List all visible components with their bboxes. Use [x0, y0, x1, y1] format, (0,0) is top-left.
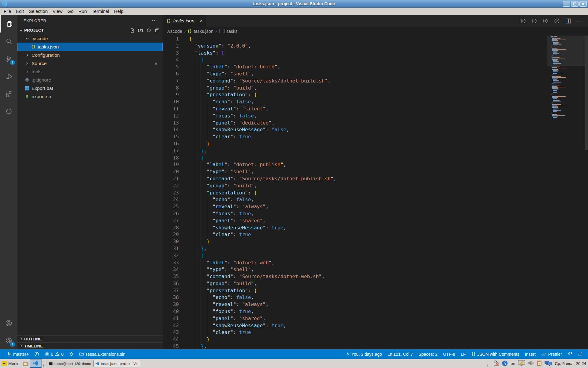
language-mode-status[interactable]: {} JSON with Comments: [469, 352, 522, 357]
file-manager-launcher[interactable]: [21, 359, 30, 368]
section-outline[interactable]: OUTLINE: [17, 335, 163, 342]
tab-close-icon[interactable]: ×: [200, 18, 203, 24]
start-menu-button[interactable]: alt Меню: [0, 359, 21, 368]
menu-help[interactable]: Help: [111, 8, 126, 15]
code-line[interactable]: 14 "showReuseMessage": false,: [163, 126, 588, 133]
code-line[interactable]: 20 "type": "shell",: [163, 168, 588, 175]
nav-back-icon[interactable]: [520, 18, 526, 24]
code-line[interactable]: 15 "clear": true: [163, 133, 588, 140]
code-line[interactable]: 11 "reveal": "silent",: [163, 105, 588, 113]
input-mode-status[interactable]: Insert: [522, 352, 538, 357]
tree-item-export-bat[interactable]: Export.bat: [17, 84, 163, 92]
code-line[interactable]: 24 "echo": false,: [163, 196, 588, 203]
terminal-window-button[interactable]: tessa@host-129: /home/te...: [47, 360, 93, 367]
code-line[interactable]: 29 "clear": true: [163, 231, 588, 238]
code-line[interactable]: 45 },: [163, 343, 588, 349]
menu-terminal[interactable]: Terminal: [89, 8, 112, 15]
minimap[interactable]: [550, 36, 585, 119]
code-line[interactable]: 36 "group": "build",: [163, 280, 588, 287]
git-branch-status[interactable]: master+: [4, 352, 32, 357]
blame-status[interactable]: You, 3 days ago: [343, 352, 385, 357]
vscode-window-button[interactable]: tasks.json - project - Visual ...: [93, 360, 140, 367]
tree-item--vscode[interactable]: .vscode: [17, 34, 163, 43]
activity-search-button[interactable]: [0, 33, 17, 50]
eol-status[interactable]: LF: [458, 352, 468, 357]
tree-item-tools[interactable]: tools: [17, 67, 163, 76]
code-line[interactable]: 8 "group": "build",: [163, 85, 588, 92]
collapse-all-icon[interactable]: [155, 28, 160, 33]
code-line[interactable]: 44 }: [163, 336, 588, 343]
refresh-icon[interactable]: [146, 28, 151, 33]
code-line[interactable]: 12 "focus": false,: [163, 113, 588, 120]
nav-current-icon[interactable]: [531, 18, 537, 24]
code-line[interactable]: 27 "panel": "shared",: [163, 217, 588, 224]
code-line[interactable]: 5 "label": "dotnet: build",: [163, 63, 588, 71]
code-line[interactable]: 33 "label": "dotnet: web",: [163, 259, 588, 266]
screen-lock-indicator[interactable]: [493, 360, 499, 367]
keyboard-layout-indicator[interactable]: en: [511, 361, 515, 366]
code-line[interactable]: 38 "echo": false,: [163, 294, 588, 301]
more-actions-icon[interactable]: ···: [576, 19, 584, 22]
code-line[interactable]: 2 "version": "2.0.0",: [163, 43, 588, 50]
code-line[interactable]: 7 "command": "Source/tasks/dotnet-build.…: [163, 78, 588, 85]
breadcrumb-file[interactable]: tasks.json: [194, 29, 213, 34]
history-icon[interactable]: [554, 18, 560, 24]
menu-view[interactable]: View: [50, 8, 65, 15]
code-line[interactable]: 37 "presentation": {: [163, 287, 588, 294]
menu-run[interactable]: Run: [76, 8, 89, 15]
code-line[interactable]: 42 "showReuseMessage": true,: [163, 322, 588, 329]
notifications-button[interactable]: [575, 352, 585, 357]
code-line[interactable]: 16 }: [163, 140, 588, 148]
tree-item-tasks-json[interactable]: {}tasks.json: [17, 43, 163, 51]
minimize-button[interactable]: [563, 1, 570, 7]
activity-files-button[interactable]: [0, 15, 17, 33]
clock[interactable]: Ср, 6 июл, 20:24: [555, 361, 586, 366]
code-line[interactable]: 1{: [163, 36, 588, 43]
breadcrumb-folder[interactable]: .vscode: [167, 29, 182, 34]
encoding-status[interactable]: UTF-8: [440, 352, 458, 357]
menu-go[interactable]: Go: [65, 8, 76, 15]
code-line[interactable]: 25 "reveal": "always",: [163, 203, 588, 210]
tree-item--gitignore[interactable]: .gitignore: [17, 76, 163, 84]
code-line[interactable]: 40 "focus": true,: [163, 308, 588, 315]
code-line[interactable]: 6 "type": "shell",: [163, 71, 588, 78]
activity-run-debug-button[interactable]: [0, 67, 17, 85]
new-folder-icon[interactable]: [138, 28, 143, 33]
display-settings-indicator[interactable]: [518, 360, 525, 367]
clipboard-indicator[interactable]: [537, 360, 542, 367]
section-timeline[interactable]: TIMELINE: [17, 342, 163, 349]
code-line[interactable]: 10 "echo": false,: [163, 98, 588, 105]
code-line[interactable]: 28 "showReuseMessage": true,: [163, 224, 588, 232]
indentation-status[interactable]: Spaces: 2: [416, 352, 440, 357]
new-file-icon[interactable]: [130, 28, 135, 33]
menu-edit[interactable]: Edit: [13, 8, 26, 15]
code-line[interactable]: 35 "command": "Source/tasks/dotnet-web.s…: [163, 273, 588, 280]
code-editor[interactable]: 1{2 "version": "2.0.0",3 "tasks": [4 {5 …: [163, 36, 588, 349]
network-indicator[interactable]: [545, 360, 552, 367]
code-line[interactable]: 19 "label": "dotnet: publish",: [163, 161, 588, 168]
code-line[interactable]: 23 "presentation": {: [163, 190, 588, 197]
sidebar-more-icon[interactable]: ···: [152, 18, 158, 23]
minimap-slider[interactable]: [547, 36, 585, 66]
code-line[interactable]: 21 "command": "Source/tasks/dotnet-publi…: [163, 175, 588, 182]
breadcrumb-symbol[interactable]: tasks: [227, 29, 238, 34]
problems-status[interactable]: 0 0: [42, 352, 66, 357]
close-button[interactable]: [579, 1, 587, 7]
tree-item-source[interactable]: Source: [17, 59, 163, 67]
activity-circle-extension-button[interactable]: [0, 102, 17, 120]
project-section-header[interactable]: PROJECT: [17, 26, 163, 34]
menu-file[interactable]: File: [1, 8, 13, 15]
activity-extensions-button[interactable]: [0, 85, 17, 102]
tree-item-export-sh[interactable]: $export.sh: [17, 92, 163, 101]
code-line[interactable]: 34 "type": "shell",: [163, 266, 588, 273]
maximize-button[interactable]: [571, 1, 579, 7]
activity-source-control-button[interactable]: 1: [0, 50, 17, 67]
cursor-position-status[interactable]: Ln 121, Col 7: [385, 352, 416, 357]
code-line[interactable]: 31 },: [163, 245, 588, 252]
tab-tasks-json[interactable]: {} tasks.json ×: [163, 15, 206, 27]
code-line[interactable]: 17 },: [163, 148, 588, 155]
feedback-button[interactable]: [565, 352, 575, 356]
menu-selection[interactable]: Selection: [26, 8, 50, 15]
code-line[interactable]: 41 "panel": "shared",: [163, 315, 588, 322]
code-line[interactable]: 26 "focus": true,: [163, 210, 588, 217]
